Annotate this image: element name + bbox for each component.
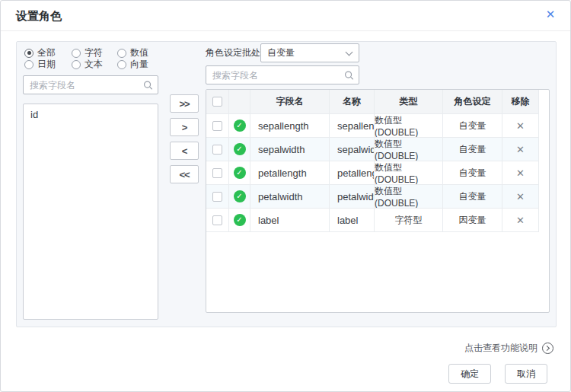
type-cell: 数值型(DOUBLE) [375,185,443,208]
radio-label: 文本 [85,58,103,71]
dialog-title: 设置角色 [16,9,62,24]
select-all-checkbox[interactable] [212,97,222,107]
field-cell: sepalwidth [250,138,330,161]
radio-icon [72,49,81,58]
col-role: 角色设定 [443,90,502,113]
radio-icon [72,60,81,69]
table-row: ✓ petalwidth petalwidth 数值型(DOUBLE) 自变量 … [206,185,539,209]
role-cell[interactable]: 因变量 [443,209,502,231]
radio-vector[interactable]: 向量 [117,59,163,70]
table-row: ✓ sepallength sepallength 数值型(DOUBLE) 自变… [206,114,539,138]
field-cell: petalwidth [250,185,330,208]
field-type-radio-group: 全部 字符 数值 日期 文本 向量 [24,47,163,70]
selected-fields-panel: 字段名 名称 类型 角色设定 移除 ✓ sepallength sepallen… [206,89,550,313]
role-cell[interactable]: 自变量 [443,138,502,161]
name-cell: petallength [330,161,375,184]
move-all-right-button[interactable]: >> [170,94,199,113]
move-all-left-button[interactable]: << [170,165,199,183]
col-type: 类型 [375,90,443,113]
row-checkbox[interactable] [212,121,222,131]
table-row: ✓ sepalwidth sepalwidth 数值型(DOUBLE) 自变量 … [206,138,539,161]
fields-table: 字段名 名称 类型 角色设定 移除 ✓ sepallength sepallen… [206,90,539,232]
radio-icon [117,49,126,58]
radio-label: 向量 [130,58,148,71]
radio-all[interactable]: 全部 [24,47,72,59]
chevron-right-circle-icon [542,343,553,354]
col-remove: 移除 [502,90,539,113]
field-cell: label [250,209,330,231]
set-role-dialog: 设置角色 ✕ 全部 字符 数值 日期 文本 [0,0,571,392]
check-circle-icon: ✓ [234,190,246,202]
type-cell: 数值型(DOUBLE) [375,161,443,184]
right-search-input[interactable] [206,66,359,84]
radio-char[interactable]: 字符 [72,47,117,59]
field-cell: sepallength [250,114,330,137]
move-right-button[interactable]: > [170,118,199,136]
status-header-cell [229,90,250,113]
field-cell: petallength [250,161,330,184]
name-cell: petalwidth [330,185,375,208]
ok-button[interactable]: 确定 [448,364,491,384]
role-cell[interactable]: 自变量 [443,161,502,184]
available-fields-list: id [23,104,158,320]
radio-icon [24,60,33,69]
row-checkbox[interactable] [212,215,222,225]
type-cell: 字符型 [375,209,443,231]
remove-icon[interactable]: ✕ [516,167,525,179]
row-checkbox[interactable] [212,168,222,178]
cancel-button[interactable]: 取消 [505,364,547,384]
col-name: 名称 [330,90,375,113]
role-cell[interactable]: 自变量 [443,114,502,137]
remove-icon[interactable]: ✕ [516,120,525,132]
radio-date[interactable]: 日期 [24,59,72,70]
content-container: 全部 字符 数值 日期 文本 向量 [16,41,557,327]
table-header-row: 字段名 名称 类型 角色设定 移除 [206,90,539,114]
radio-label: 日期 [37,58,56,71]
help-text: 点击查看功能说明 [464,342,538,355]
check-circle-icon: ✓ [234,167,246,179]
left-search-input[interactable] [24,76,158,94]
table-row: ✓ petallength petallength 数值型(DOUBLE) 自变… [206,161,539,185]
row-checkbox[interactable] [212,145,222,155]
name-cell: sepalwidth [330,138,375,161]
dropdown-value: 自变量 [267,47,295,58]
radio-text[interactable]: 文本 [72,59,117,70]
radio-selected-icon [24,49,33,58]
check-circle-icon: ✓ [234,120,246,132]
type-cell: 数值型(DOUBLE) [375,114,443,137]
row-checkbox[interactable] [212,192,222,202]
check-circle-icon: ✓ [234,143,246,155]
remove-icon[interactable]: ✕ [516,144,525,155]
col-field: 字段名 [250,90,330,113]
check-circle-icon: ✓ [234,214,246,226]
role-cell[interactable]: 自变量 [443,185,502,208]
left-search-box [23,75,158,94]
move-left-button[interactable]: < [170,142,199,160]
name-cell: label [330,209,375,231]
title-divider [1,30,570,31]
remove-icon[interactable]: ✕ [516,191,525,202]
search-icon [143,80,153,90]
table-row: ✓ label label 字符型 因变量 ✕ [206,209,539,232]
search-icon [344,70,354,80]
radio-icon [117,60,126,69]
list-item-id[interactable]: id [24,104,158,125]
type-cell: 数值型(DOUBLE) [375,138,443,161]
transfer-buttons: >> > < << [170,94,199,189]
chevron-down-icon [346,49,353,56]
name-cell: sepallength [330,114,375,137]
radio-numeric[interactable]: 数值 [117,47,163,59]
batch-role-dropdown[interactable]: 自变量 [260,43,359,62]
help-link[interactable]: 点击查看功能说明 [464,342,553,355]
remove-icon[interactable]: ✕ [516,215,525,226]
close-icon[interactable]: ✕ [543,7,558,22]
right-search-box [206,65,359,84]
